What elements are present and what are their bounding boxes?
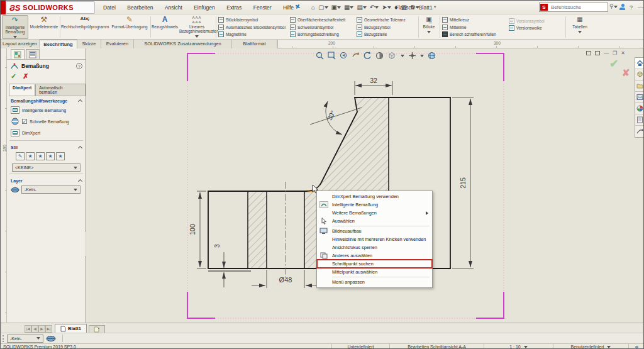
ribbon-tabellen-button[interactable]: ▦ Tabellen xyxy=(568,15,592,39)
layer-properties-icon[interactable] xyxy=(46,335,56,342)
new-document-icon[interactable]: ▢ xyxy=(317,2,329,13)
menu-item-weitere-bemassungen[interactable]: Weitere Bemaßungen xyxy=(317,209,432,217)
first-sheet-icon[interactable]: |◀ xyxy=(25,325,31,333)
menu-einfuegen[interactable]: Einfügen xyxy=(189,1,219,14)
view-palette-icon[interactable] xyxy=(635,92,644,103)
load-style-button[interactable]: ★ xyxy=(56,152,65,160)
tab-dimxpert[interactable]: DimXpert xyxy=(9,84,35,96)
tab-zusatzanwendungen[interactable]: SOLIDWORKS Zusatzanwendungen xyxy=(134,40,232,48)
menu-bearbeiten[interactable]: Bearbeiten xyxy=(123,1,157,14)
3d-drawing-view-icon[interactable] xyxy=(387,52,397,60)
confirmation-ok-icon[interactable]: ✔ xyxy=(609,57,618,70)
ribbon-modellelemente-button[interactable]: ⚒ Modellelemente xyxy=(30,15,58,39)
ribbon-bezugsstelle-button[interactable]: Bezugsstelle xyxy=(357,31,417,38)
apply-default-style-button[interactable]: ✎ xyxy=(16,152,25,160)
section-stil[interactable]: Stil xyxy=(7,143,86,151)
help-icon[interactable]: ? xyxy=(627,1,635,14)
menu-item-dimxpert-bemassung-verwenden[interactable]: DimXpert Bemaßung verwenden xyxy=(317,192,432,201)
home-icon[interactable]: ⌂ xyxy=(310,2,316,13)
menu-ansicht[interactable]: Ansicht xyxy=(160,1,187,14)
ribbon-magnetlinie-button[interactable]: Magnetlinie xyxy=(218,31,289,38)
doc-minimize-icon[interactable]: — xyxy=(604,50,609,56)
ribbon-bohrungsbeschreibung-button[interactable]: Bohrungsbeschreibung xyxy=(290,31,355,38)
style-dropdown[interactable]: <KEINE> xyxy=(12,163,80,172)
ribbon-mittellinie-button[interactable]: Mittellinie xyxy=(442,24,508,31)
previous-sheet-icon[interactable]: ◀ xyxy=(31,325,38,333)
ribbon-versionswolke-button[interactable]: Versionswolke xyxy=(509,25,564,31)
ribbon-bezugshinweis-button[interactable]: A Bezugshinweis xyxy=(152,15,178,39)
help-icon[interactable]: ? xyxy=(76,63,82,69)
section-bemassungshilfswerkzeuge[interactable]: Bemaßungshilfswerkzeuge xyxy=(7,96,86,104)
menu-item-anderes-auswaehlen[interactable]: Anderes auswählen xyxy=(317,252,432,260)
add-style-button[interactable]: ★ xyxy=(26,152,35,160)
menu-item-bildneuaufbau[interactable]: Bildneuaufbau xyxy=(317,227,432,235)
solidworks-forum-icon[interactable] xyxy=(635,126,644,137)
ok-check-icon[interactable]: ✓ xyxy=(11,72,16,80)
tool-schnelle-bemassung[interactable]: ✓ Schnelle Bemaßung xyxy=(7,116,86,127)
dropdown-caret-icon[interactable] xyxy=(420,55,424,57)
tool-intelligente-bemassung[interactable]: Intelligente Bemaßung xyxy=(7,104,86,116)
section-layer[interactable]: Layer xyxy=(7,176,86,184)
section-view-icon[interactable] xyxy=(375,52,384,60)
previous-window-icon[interactable] xyxy=(586,51,591,55)
status-units[interactable]: Benutzerdefiniert xyxy=(553,344,628,349)
menu-item-auswaehlen[interactable]: Auswählen xyxy=(317,217,432,225)
display-style-globe-icon[interactable] xyxy=(428,52,436,60)
schnelle-bemassung-checkbox[interactable]: ✓ xyxy=(22,119,27,124)
property-manager-tab[interactable] xyxy=(11,49,25,59)
status-tag-icon[interactable] xyxy=(628,344,644,349)
cancel-x-icon[interactable]: ✗ xyxy=(23,72,28,80)
ribbon-intelligente-bemassung-button[interactable]: ↷ Intelligente Bemaßung xyxy=(2,15,28,39)
menu-item-intelligente-bemassung[interactable]: Intelligente Bemaßung xyxy=(317,201,432,209)
delete-style-button[interactable]: ★ xyxy=(36,152,45,160)
doc-close-icon[interactable]: ✕ xyxy=(621,50,625,56)
pan-icon[interactable] xyxy=(352,52,360,60)
toolbar-grip[interactable] xyxy=(3,335,4,342)
configuration-tab[interactable] xyxy=(26,49,40,59)
command-search[interactable]: S xyxy=(539,3,608,12)
last-sheet-icon[interactable]: ▶| xyxy=(45,325,52,333)
menu-datei[interactable]: Datei xyxy=(99,1,120,14)
search-magnifier-icon[interactable]: ⚲ xyxy=(609,3,618,9)
ribbon-format-uebertragung-button[interactable]: ✎ Format-Übertragung xyxy=(110,15,149,39)
login-user-icon[interactable] xyxy=(619,4,626,11)
layer-dropdown[interactable]: -Kein- xyxy=(21,186,80,194)
ribbon-auto-stuecklistensymbol-button[interactable]: Automatisches Stücklistensymbol xyxy=(218,24,289,31)
home-tab-icon[interactable] xyxy=(635,58,644,69)
ribbon-schweissnahtsymbol-button[interactable]: Schweißnahtsymbol xyxy=(290,24,355,31)
menu-item-hinweislinie-mit-knicken[interactable]: Hinweislinie mit mehreren Knicken verwen… xyxy=(317,235,432,243)
file-explorer-icon[interactable] xyxy=(635,80,644,92)
confirmation-cancel-icon[interactable]: ✘ xyxy=(622,67,630,79)
status-sheet-scale[interactable]: 1 : 10 xyxy=(484,344,553,349)
next-sheet-icon[interactable]: ▶ xyxy=(38,325,45,333)
ribbon-geometrische-toleranz-button[interactable]: Geometrische Toleranz xyxy=(357,16,417,23)
dropdown-caret-icon[interactable] xyxy=(401,55,404,57)
add-sheet-tab[interactable] xyxy=(89,325,105,333)
zoom-area-icon[interactable] xyxy=(328,52,336,60)
ribbon-lineares-bezugshinweismuster-button[interactable]: AAAAAA Lineares Bezugshinweismuster xyxy=(179,15,214,39)
redraw-icon[interactable] xyxy=(364,52,372,60)
zoom-fit-icon[interactable] xyxy=(316,52,324,60)
menu-item-menue-anpassen[interactable]: Menü anpassen xyxy=(317,278,432,286)
ribbon-rechtschreibpruefung-button[interactable]: Abc̗ Rechtschreibprüfprogramm xyxy=(61,15,109,39)
custom-properties-icon[interactable] xyxy=(635,114,644,126)
ribbon-mittelkreuz-button[interactable]: Mittelkreuz xyxy=(442,16,508,23)
save-style-button[interactable]: ★ xyxy=(46,152,55,160)
menu-item-mittelpunkt-auswaehlen[interactable]: Mittelpunkt auswählen xyxy=(317,268,432,276)
tool-dimxpert[interactable]: DimXpert xyxy=(7,127,86,138)
tab-skizze[interactable]: Skizze xyxy=(77,40,101,48)
menu-item-ansichtsfokus-sperren[interactable]: Ansichtsfokus sperren xyxy=(317,243,432,252)
view-orientation-icon[interactable] xyxy=(408,52,416,60)
next-window-icon[interactable] xyxy=(595,51,600,55)
ribbon-bezugssymbol-button[interactable]: Bezugssymbol xyxy=(357,24,417,31)
tab-evaluieren[interactable]: Evaluieren xyxy=(101,40,134,48)
graphics-area[interactable]: 32 215 100 3 Ø48 30° — xyxy=(86,48,635,323)
minimize-icon[interactable]: — xyxy=(635,1,644,14)
tab-blattformat[interactable]: Blattformat xyxy=(232,40,277,48)
search-input[interactable] xyxy=(550,4,600,11)
appearances-icon[interactable] xyxy=(635,103,644,114)
menu-item-schnittpunkt-suchen[interactable]: Schnittpunkt suchen xyxy=(317,260,432,268)
menu-fenster[interactable]: Fenster xyxy=(249,1,276,14)
doc-restore-icon[interactable]: ❐ xyxy=(613,50,617,56)
ribbon-bereich-schraffieren-button[interactable]: Bereich schraffieren/füllen xyxy=(442,31,508,38)
